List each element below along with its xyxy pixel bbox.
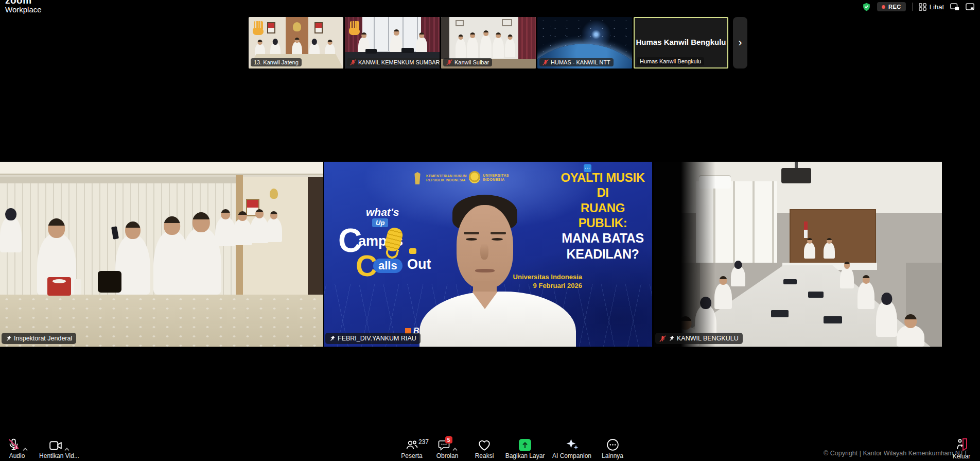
participants-button[interactable]: 237 Peserta: [396, 438, 427, 459]
ai-companion-label: AI Companion: [552, 452, 591, 459]
leave-label: Keluar: [950, 453, 973, 460]
video-camera-icon: [49, 440, 62, 451]
projector: [781, 168, 811, 183]
leave-button[interactable]: Keluar: [950, 438, 973, 460]
participant-name: HUMAS - KANWIL NTT: [551, 59, 610, 65]
speaker-brow: [464, 232, 479, 234]
frame: [456, 20, 464, 26]
crest: [293, 22, 301, 31]
participant-name: 13. Kanwil Jateng: [254, 59, 299, 65]
ceiling: [0, 162, 323, 175]
laptop: [365, 49, 377, 54]
person-silhouette: [840, 262, 854, 288]
filmstrip-tile-kanwil-sulbar[interactable]: Kanwil Sulbar: [441, 17, 536, 69]
chat-button[interactable]: 5 Obrolan: [432, 438, 462, 459]
flag-frame: [314, 22, 323, 33]
video-tile-kanwil-bengkulu[interactable]: KANWIL BENGKULU: [654, 162, 942, 347]
view-label: Lihat: [930, 3, 944, 11]
view-button[interactable]: Lihat: [919, 3, 944, 11]
person-silhouette: [857, 275, 874, 309]
topbar-divider: [912, 3, 913, 11]
participant-name: Kanwil Sulbar: [454, 59, 489, 65]
zoom-workplace-logo: zoom Workplace: [5, 0, 42, 14]
filmstrip-tile-kemenkum-sumbar[interactable]: KANWIL KEMENKUM SUMBAR: [345, 17, 440, 69]
tile-more-options-button[interactable]: ···: [584, 164, 591, 172]
chat-label: Obrolan: [436, 452, 459, 459]
chevron-right-icon: ›: [738, 36, 742, 49]
pin-icon: [6, 335, 11, 342]
person-silhouette: [266, 211, 282, 242]
door: [308, 177, 323, 297]
more-label: Lainnya: [602, 452, 623, 459]
speaker-eye: [492, 238, 503, 241]
minimize-pip-icon[interactable]: [950, 3, 959, 11]
raised-hand-icon: [253, 21, 264, 35]
share-screen-icon: [519, 439, 531, 451]
flag: [804, 221, 808, 238]
speaker-shirt: [419, 292, 576, 347]
gallery-view-icon: [919, 3, 926, 11]
security-shield-icon[interactable]: [862, 3, 871, 11]
person-silhouette: [390, 29, 402, 55]
person-silhouette: [0, 208, 22, 252]
video-name-label: KANWIL BENGKULU: [655, 333, 743, 344]
recording-indicator[interactable]: REC: [877, 2, 906, 11]
person-silhouette: [467, 32, 478, 58]
audio-button[interactable]: Audio: [1, 438, 33, 459]
stop-video-button[interactable]: Hentikan Vid...: [39, 438, 79, 459]
bag: [98, 271, 121, 293]
filmstrip-tile-humas-bengkulu[interactable]: Humas Kanwil Bengkulu Humas Kanwil Bengk…: [634, 17, 728, 69]
speaker-person: [324, 162, 652, 347]
ai-sparkle-icon: [565, 438, 579, 451]
crest: [270, 189, 278, 199]
person-silhouette: [804, 238, 815, 259]
meeting-room-scene: [0, 162, 323, 347]
muted-mic-icon: [542, 59, 549, 65]
participants-count: 237: [418, 438, 429, 446]
heart-icon: [478, 439, 491, 451]
video-tile-febri-yankum-riau[interactable]: KEMENTERIAN HUKUM REPUBLIK INDONESIA UNI…: [324, 162, 652, 347]
fullscreen-window-icon[interactable]: [966, 3, 975, 11]
person-silhouette: [876, 293, 897, 337]
speaker-nose: [480, 243, 488, 260]
chat-unread-badge: 5: [445, 436, 452, 443]
audio-label: Audio: [9, 452, 25, 459]
raised-hand-icon: [349, 21, 360, 35]
person-silhouette: [731, 261, 745, 286]
chevron-up-icon[interactable]: [64, 448, 69, 451]
share-screen-button[interactable]: Bagikan Layar: [503, 438, 547, 459]
frame: [502, 19, 512, 26]
video-tile-inspektorat-jenderal[interactable]: Inspektorat Jenderal: [0, 162, 323, 347]
blind-valance: [0, 177, 242, 183]
person-silhouette: [505, 35, 515, 57]
participant-name: Inspektorat Jenderal: [14, 335, 72, 342]
person-silhouette: [824, 238, 835, 259]
ellipsis-icon: [606, 438, 619, 451]
participant-display-name: Humas Kanwil Bengkulu: [635, 38, 727, 46]
person-silhouette: [714, 276, 732, 309]
video-name-label: FEBRI_DIV.YANKUM RIAU: [325, 333, 421, 344]
laptop: [401, 48, 414, 53]
flag-frame: [267, 22, 275, 33]
stop-video-label: Hentikan Vid...: [39, 452, 79, 459]
filmstrip-tile-humas-ntt[interactable]: HUMAS - KANWIL NTT: [537, 17, 632, 69]
person-silhouette: [233, 211, 252, 245]
person-silhouette: [456, 35, 466, 58]
ai-companion-button[interactable]: AI Companion: [550, 438, 594, 459]
filmstrip-tile-kanwil-jateng[interactable]: 13. Kanwil Jateng: [249, 17, 343, 69]
speaker-eye: [466, 238, 477, 241]
meeting-toolbar: Audio Hentikan Vid... 237 Peserta 5 Obro…: [0, 437, 980, 461]
meeting-room-scene: [654, 162, 942, 347]
pin-icon: [329, 335, 335, 342]
video-name-label: Inspektorat Jenderal: [2, 333, 76, 344]
person-silhouette: [493, 32, 504, 58]
reactions-button[interactable]: Reaksi: [469, 438, 499, 459]
chevron-up-icon[interactable]: [452, 448, 458, 451]
mic-muted-warning-icon: [7, 438, 21, 451]
filmstrip-next-button[interactable]: ›: [733, 17, 747, 69]
reactions-label: Reaksi: [475, 452, 494, 459]
muted-mic-icon: [659, 335, 666, 342]
muted-mic-icon: [350, 59, 356, 65]
more-button[interactable]: Lainnya: [597, 438, 628, 459]
chevron-up-icon[interactable]: [23, 448, 28, 451]
